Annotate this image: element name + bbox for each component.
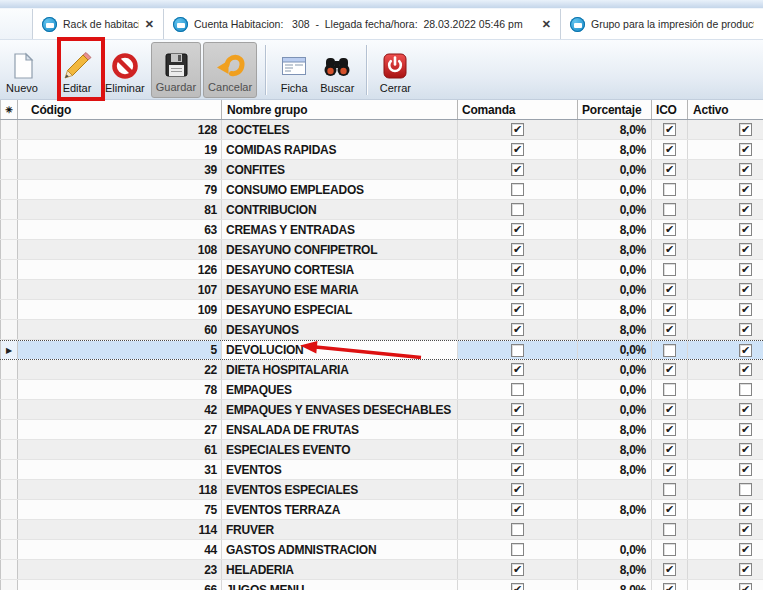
- checkbox[interactable]: ✔: [511, 423, 524, 436]
- table-row[interactable]: 66JUGOS MENU✔8,0%✔✔: [0, 580, 763, 590]
- activo-cell[interactable]: ✔: [688, 500, 763, 519]
- checkbox[interactable]: ✔: [739, 363, 752, 376]
- table-row[interactable]: 75EVENTOS TERRAZA✔8,0%✔✔: [0, 500, 763, 520]
- tab-cuenta-habitacion[interactable]: Cuenta Habitacion: 308 - Llegada fecha/h…: [163, 9, 561, 39]
- nombre-cell[interactable]: DESAYUNO CORTESIA: [222, 260, 458, 279]
- codigo-cell[interactable]: 23: [18, 560, 222, 579]
- ico-cell[interactable]: ✔: [652, 560, 688, 579]
- porcentaje-cell[interactable]: 0,0%: [578, 200, 652, 219]
- porcentaje-cell[interactable]: 8,0%: [578, 420, 652, 439]
- nombre-cell[interactable]: COCTELES: [222, 120, 458, 139]
- checkbox[interactable]: ✔: [739, 143, 752, 156]
- activo-cell[interactable]: ✔: [688, 240, 763, 259]
- ico-cell[interactable]: ✔: [652, 280, 688, 299]
- row-selector[interactable]: [0, 120, 18, 139]
- checkbox[interactable]: ✔: [739, 303, 752, 316]
- nombre-cell[interactable]: DESAYUNO ESE MARIA: [222, 280, 458, 299]
- row-selector[interactable]: [0, 480, 18, 499]
- activo-cell[interactable]: [688, 480, 763, 499]
- nuevo-button[interactable]: Nuevo: [2, 42, 42, 98]
- ico-cell[interactable]: [652, 520, 688, 539]
- activo-cell[interactable]: ✔: [688, 160, 763, 179]
- comanda-cell[interactable]: ✔: [458, 260, 578, 279]
- row-selector[interactable]: [0, 300, 18, 319]
- comanda-cell[interactable]: ✔: [458, 160, 578, 179]
- activo-cell[interactable]: ✔: [688, 440, 763, 459]
- row-selector[interactable]: ▶: [0, 341, 18, 359]
- checkbox[interactable]: ✔: [511, 563, 524, 576]
- ico-cell[interactable]: ✔: [652, 400, 688, 419]
- porcentaje-cell[interactable]: 0,0%: [578, 160, 652, 179]
- nombre-cell[interactable]: CONTRIBUCION: [222, 200, 458, 219]
- porcentaje-cell[interactable]: 0,0%: [578, 280, 652, 299]
- codigo-cell[interactable]: 27: [18, 420, 222, 439]
- column-header-porcentaje[interactable]: Porcentaje: [578, 100, 652, 119]
- row-selector[interactable]: [0, 280, 18, 299]
- checkbox[interactable]: ✔: [739, 243, 752, 256]
- activo-cell[interactable]: ✔: [688, 400, 763, 419]
- table-row[interactable]: 44GASTOS ADMNISTRACION0,0%✔: [0, 540, 763, 560]
- tab-grupo-impresion-producto[interactable]: Grupo para la impresión de producto: [560, 9, 763, 39]
- checkbox[interactable]: ✔: [663, 163, 676, 176]
- nombre-cell[interactable]: DIETA HOSPITALARIA: [222, 360, 458, 379]
- codigo-cell[interactable]: 66: [18, 580, 222, 590]
- table-row[interactable]: 31EVENTOS✔8,0%✔✔: [0, 460, 763, 480]
- row-selector[interactable]: [0, 560, 18, 579]
- porcentaje-cell[interactable]: 0,0%: [578, 341, 652, 359]
- checkbox[interactable]: ✔: [511, 503, 524, 516]
- nombre-cell[interactable]: CREMAS Y ENTRADAS: [222, 220, 458, 239]
- activo-cell[interactable]: ✔: [688, 420, 763, 439]
- porcentaje-cell[interactable]: 0,0%: [578, 260, 652, 279]
- guardar-button[interactable]: Guardar: [151, 42, 201, 98]
- ficha-button[interactable]: Ficha: [274, 42, 314, 98]
- codigo-cell[interactable]: 128: [18, 120, 222, 139]
- checkbox[interactable]: ✔: [511, 163, 524, 176]
- porcentaje-cell[interactable]: 8,0%: [578, 500, 652, 519]
- codigo-cell[interactable]: 108: [18, 240, 222, 259]
- column-header-activo[interactable]: Activo: [688, 100, 763, 119]
- activo-cell[interactable]: ✔: [688, 580, 763, 590]
- cerrar-button[interactable]: Cerrar: [375, 42, 415, 98]
- nombre-cell[interactable]: ESPECIALES EVENTO: [222, 440, 458, 459]
- porcentaje-cell[interactable]: 8,0%: [578, 460, 652, 479]
- table-row[interactable]: 78EMPAQUES0,0%: [0, 380, 763, 400]
- porcentaje-cell[interactable]: [578, 520, 652, 539]
- checkbox[interactable]: [663, 183, 676, 196]
- ico-cell[interactable]: [652, 260, 688, 279]
- table-row[interactable]: 61ESPECIALES EVENTO✔8,0%✔✔: [0, 440, 763, 460]
- buscar-button[interactable]: Buscar: [316, 42, 358, 98]
- ico-cell[interactable]: ✔: [652, 420, 688, 439]
- nombre-cell[interactable]: DESAYUNO ESPECIAL: [222, 300, 458, 319]
- codigo-cell[interactable]: 75: [18, 500, 222, 519]
- comanda-cell[interactable]: ✔: [458, 480, 578, 499]
- checkbox[interactable]: ✔: [739, 403, 752, 416]
- checkbox[interactable]: ✔: [739, 503, 752, 516]
- ico-cell[interactable]: ✔: [652, 360, 688, 379]
- row-selector[interactable]: [0, 400, 18, 419]
- table-row[interactable]: 42EMPAQUES Y ENVASES DESECHABLES✔0,0%✔✔: [0, 400, 763, 420]
- codigo-cell[interactable]: 107: [18, 280, 222, 299]
- nombre-cell[interactable]: ENSALADA DE FRUTAS: [222, 420, 458, 439]
- column-header-codigo[interactable]: Código: [18, 100, 222, 119]
- table-row[interactable]: 39CONFITES✔0,0%✔✔: [0, 160, 763, 180]
- checkbox[interactable]: ✔: [663, 283, 676, 296]
- table-row[interactable]: 126DESAYUNO CORTESIA✔0,0%✔: [0, 260, 763, 280]
- checkbox[interactable]: ✔: [739, 543, 752, 556]
- activo-cell[interactable]: ✔: [688, 460, 763, 479]
- comanda-cell[interactable]: ✔: [458, 300, 578, 319]
- porcentaje-cell[interactable]: 8,0%: [578, 320, 652, 339]
- table-row[interactable]: 128COCTELES✔8,0%✔✔: [0, 120, 763, 140]
- checkbox[interactable]: ✔: [739, 344, 752, 357]
- row-selector[interactable]: [0, 200, 18, 219]
- checkbox[interactable]: ✔: [663, 443, 676, 456]
- checkbox[interactable]: ✔: [663, 143, 676, 156]
- activo-cell[interactable]: ✔: [688, 140, 763, 159]
- table-row[interactable]: 60DESAYUNOS✔8,0%✔✔: [0, 320, 763, 340]
- codigo-cell[interactable]: 79: [18, 180, 222, 199]
- codigo-cell[interactable]: 81: [18, 200, 222, 219]
- comanda-cell[interactable]: ✔: [458, 500, 578, 519]
- checkbox[interactable]: [663, 543, 676, 556]
- table-row[interactable]: 118EVENTOS ESPECIALES✔: [0, 480, 763, 500]
- table-row[interactable]: 114FRUVER✔: [0, 520, 763, 540]
- checkbox[interactable]: [663, 203, 676, 216]
